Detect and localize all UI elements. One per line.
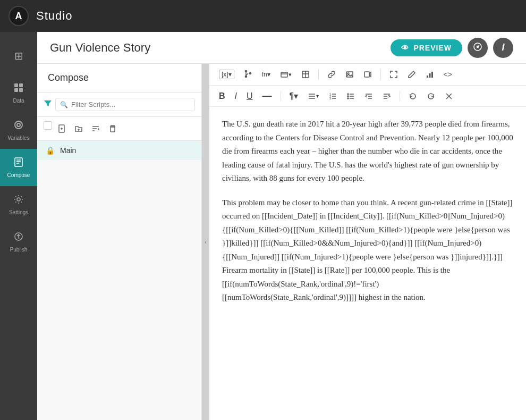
info-button[interactable]: i (493, 38, 513, 58)
toolbar-divider-1 (318, 69, 319, 80)
sidebar-collapse-tab[interactable]: ‹ (202, 64, 209, 420)
settings-icon (13, 194, 24, 207)
table-button[interactable] (298, 69, 313, 80)
compose-toolbar: 🔍 (37, 93, 201, 117)
bold-button[interactable]: B (216, 90, 228, 103)
paragraph-button[interactable]: ¶▾ (286, 89, 302, 103)
svg-rect-2 (14, 88, 18, 92)
logo-area: A Studio (9, 6, 72, 26)
preview-button[interactable]: 👁 PREVIEW (391, 39, 462, 56)
delete-button[interactable] (105, 121, 120, 136)
toolbar-divider-2 (380, 69, 381, 80)
indent-left-button[interactable] (361, 90, 376, 102)
header-actions: 👁 PREVIEW i (391, 38, 513, 58)
sidebar-item-settings[interactable]: Settings (0, 186, 37, 223)
svg-rect-6 (15, 158, 22, 166)
unordered-list-button[interactable] (343, 90, 358, 102)
strikethrough-button[interactable]: — (259, 89, 275, 103)
compose-icon (13, 157, 24, 170)
editor-toolbar-row1: [x]▾ fn▾ ▾ (209, 64, 526, 86)
search-input-wrap[interactable]: 🔍 (55, 98, 195, 111)
app-title: Studio (36, 9, 72, 23)
embed-button[interactable]: ▾ (277, 69, 295, 80)
sidebar-item-dashboard[interactable]: ⊞ (0, 37, 37, 74)
eye-icon: 👁 (401, 44, 409, 52)
script-list: 🔒 Main (37, 141, 201, 420)
align-button[interactable]: ▾ (304, 90, 322, 102)
variable-insert-button[interactable]: [x]▾ (216, 68, 237, 81)
svg-rect-3 (19, 88, 23, 92)
sidebar-item-publish[interactable]: Publish (0, 223, 37, 261)
svg-rect-0 (14, 83, 18, 87)
svg-point-46 (347, 94, 349, 95)
edit-button[interactable] (404, 69, 419, 80)
svg-rect-22 (111, 127, 115, 132)
undo-button[interactable] (405, 90, 420, 102)
svg-text:3.: 3. (329, 97, 332, 100)
sidebar-item-compose[interactable]: Compose (0, 149, 37, 186)
branch-button[interactable] (241, 69, 256, 80)
sort-button[interactable] (88, 121, 103, 136)
chart-button[interactable] (422, 69, 437, 80)
paragraph-1: The U.S. gun death rate in 2017 hit a 20… (222, 117, 513, 186)
editor-content[interactable]: The U.S. gun death rate in 2017 hit a 20… (209, 107, 526, 420)
code-icon: <> (444, 70, 452, 79)
svg-point-24 (245, 76, 247, 78)
svg-point-47 (347, 96, 349, 97)
svg-rect-31 (346, 72, 353, 77)
editor-area: [x]▾ fn▾ ▾ (209, 64, 526, 420)
sidebar-item-data[interactable]: Data (0, 74, 37, 112)
publish-icon (13, 231, 24, 245)
svg-point-23 (245, 71, 247, 72)
script-actions-toolbar (37, 117, 201, 141)
top-bar: A Studio (0, 0, 526, 32)
script-item-main[interactable]: 🔒 Main (37, 141, 201, 160)
link-button[interactable] (324, 69, 339, 80)
new-folder-button[interactable] (71, 121, 86, 136)
sidebar-item-variables[interactable]: Variables (0, 112, 37, 149)
dashboard-button[interactable] (468, 38, 488, 58)
svg-point-25 (249, 73, 251, 74)
toolbar-divider-3 (281, 91, 281, 102)
function-icon: fn▾ (262, 71, 270, 78)
select-all-checkbox[interactable] (44, 121, 52, 130)
dashboard-icon: ⊞ (14, 49, 23, 62)
sidebar-item-settings-label: Settings (9, 209, 28, 215)
variable-icon: [x]▾ (219, 70, 234, 79)
indent-right-button[interactable] (379, 90, 394, 102)
variables-icon (13, 120, 24, 133)
gauge-icon (473, 42, 482, 54)
svg-rect-35 (429, 73, 430, 78)
info-icon: i (502, 42, 504, 53)
sidebar-item-data-label: Data (13, 98, 24, 104)
function-button[interactable]: fn▾ (259, 69, 274, 80)
svg-point-13 (477, 46, 479, 47)
content-header: Gun Violence Story 👁 PREVIEW i (37, 32, 526, 64)
sidebar-item-publish-label: Publish (10, 247, 28, 253)
sidebar-item-variables-label: Variables (8, 135, 30, 141)
script-name-main: Main (60, 146, 76, 155)
paragraph-2: This problem may be closer to home than … (222, 196, 513, 305)
paragraph-icon: ¶▾ (290, 91, 299, 101)
ordered-list-button[interactable]: 1.2.3. (325, 90, 340, 102)
compose-layout: Compose 🔍 (37, 64, 526, 420)
compose-panel-title: Compose (37, 64, 201, 93)
clear-format-button[interactable] (442, 90, 456, 102)
svg-point-4 (15, 121, 22, 129)
code-button[interactable]: <> (440, 69, 455, 80)
new-file-button[interactable] (54, 121, 69, 136)
fullscreen-button[interactable] (386, 69, 401, 80)
video-button[interactable] (360, 69, 375, 80)
svg-rect-26 (281, 72, 287, 77)
redo-button[interactable] (423, 90, 438, 102)
underline-button[interactable]: U (243, 90, 256, 103)
filter-scripts-input[interactable] (71, 100, 190, 108)
svg-point-48 (347, 98, 349, 99)
data-icon (13, 82, 24, 96)
sidebar: ⊞ Data Variables Compose (0, 32, 37, 420)
compose-sidebar: Compose 🔍 (37, 64, 202, 420)
italic-button[interactable]: I (232, 90, 240, 103)
lock-icon: 🔒 (46, 146, 55, 155)
logo-icon: A (9, 6, 29, 26)
image-button[interactable] (342, 69, 357, 80)
